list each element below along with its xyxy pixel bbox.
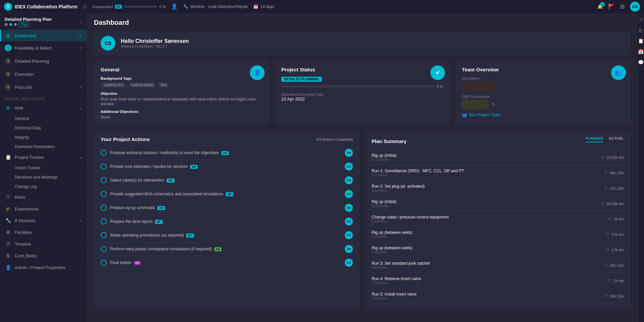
action-item-1[interactable]: Provide cost estimates / quotes for serv… [101, 160, 353, 174]
sidebar-sub-general[interactable]: General [0, 114, 87, 123]
clock-icon-0: ⏱ [601, 155, 605, 160]
sidebar-item-facilities[interactable]: ⚙ Facilities [0, 227, 87, 238]
sidebar-item-experiences[interactable]: 🎓 Experiences [0, 203, 87, 215]
plan-row-title-0: Rig up (Initial) [372, 153, 396, 158]
plan-row-time-9: ⏱ 10h 12m [604, 294, 624, 299]
sidebar-item-risks[interactable]: 🛡 Risks [0, 191, 87, 203]
see-project-team-link[interactable]: 👥 See Project Team [462, 113, 624, 117]
clock-icon-7: ⏱ [604, 263, 608, 268]
plan-row-8[interactable]: Run 4: Retrieve insert valve 5 activitie… [372, 273, 624, 288]
action-item-8[interactable]: Final tickets PJ CS [101, 256, 353, 270]
plan-rows: Rig up (Initial) 11 activities ⏱ 2d 22h … [372, 150, 624, 304]
action-text-8: Final tickets PJ [110, 260, 341, 265]
action-text-0: Propose technical solution / method(s) t… [110, 150, 341, 155]
plan-row-7[interactable]: Run 3: Set standard junk catcher 8 activ… [372, 258, 624, 273]
sidebar-item-timeline[interactable]: ⏱ Timeline [0, 238, 87, 250]
plan-row-6[interactable]: Rig up (between wells) 5 activities ⏱ 17… [372, 242, 624, 258]
services-label: 8 Services [15, 218, 77, 223]
action-item-3[interactable]: Provide suggested BHA schematics and ass… [101, 187, 353, 201]
project-tracker-label: Project Tracker [15, 155, 77, 160]
sidebar-item-execution[interactable]: 3 Execution [0, 68, 87, 81]
sidebar-item-post-job[interactable]: 4 Post-Job ▾ [0, 81, 87, 94]
sidebar-sub-downhole[interactable]: Downhole Parameters [0, 142, 87, 151]
greeting-role: Alliance Contributor · WL/CT [121, 44, 189, 48]
action-item-7[interactable]: Perform early phase conveyance simulatio… [101, 242, 353, 256]
tag-1: Leaking tubing [128, 82, 156, 87]
action-item-2[interactable]: Select cable(s) for intervention DP CS [101, 174, 353, 187]
team-overview-card: Team Overview 👥 Job Officer DSP Coordina… [455, 61, 631, 126]
sidebar-item-project-tracker[interactable]: 📋 Project Tracker ▴ [0, 151, 87, 163]
plan-row-title-4: Change cable / pressure control equipmen… [372, 215, 448, 219]
experiences-label: Experiences [15, 206, 82, 211]
plan-row-time-4: ⏱ 7h 0m [608, 217, 624, 221]
plan-row-time-value-8: 7h 0m [613, 279, 624, 283]
sidebar-sub-decisions[interactable]: Decisions and Meetings [0, 173, 87, 182]
action-item-5[interactable]: Prepare the deck layout DP CS [101, 215, 353, 229]
action-text-1: Provide cost estimates / quotes for serv… [110, 164, 341, 169]
general-card: General 👤 Background Tags Leaking GLV Le… [94, 61, 269, 126]
top-nav-right: 🔔 9 🚩 ⊞ CS [597, 2, 640, 12]
sidebar-item-dashboard[interactable]: ⊞ Dashboard ⤢ [0, 30, 87, 42]
flag-icon[interactable]: 🚩 [608, 3, 615, 10]
sidebar-item-well[interactable]: ⚙ Well ▴ [0, 102, 87, 114]
dsp-coordinator-row: ✎ [462, 100, 624, 109]
sidebar-item-services[interactable]: 🔧 8 Services ▾ [0, 215, 87, 227]
plan-row-sub-2: 8 activities [372, 189, 425, 192]
right-panel-icon-1[interactable]: ⊞ [639, 17, 643, 22]
right-panel-icon-4[interactable]: 📅 [638, 49, 644, 54]
tab-planned[interactable]: PLANNED [586, 136, 603, 142]
wireline-icon: 🔧 [183, 4, 188, 9]
home-button[interactable]: ⌂ [83, 3, 87, 10]
greeting-name: Hello Christoffer Sørensen [121, 38, 189, 44]
sidebar-sub-historical[interactable]: Historical Data [0, 123, 87, 133]
est-date-value: 23 Apr 2022 [281, 96, 443, 102]
plan-row-2[interactable]: Run 2: Set plug (el. activated) 8 activi… [372, 181, 624, 196]
plan-row-3[interactable]: Rig up (Initial) 11 activities ⏱ 2d 22h … [372, 196, 624, 211]
plan-row-5[interactable]: Rig up (between wells) 5 activities ⏱ 17… [372, 227, 624, 242]
tab-actual[interactable]: ACTUAL [609, 136, 624, 142]
chevron-down-icon: ▾ [80, 46, 82, 50]
user-nav-icon[interactable]: 👤 [171, 3, 178, 10]
external-link-icon: ⤢ [79, 34, 82, 38]
sidebar-sub-integrity[interactable]: Integrity [0, 133, 87, 142]
action-tag-4: DP [157, 206, 165, 210]
plan-row-sub-4: 4 activities [372, 219, 448, 223]
clock-icon-2: ⏱ [604, 186, 608, 191]
plan-row-1[interactable]: Run 1: Surveillance (SRO) - MFC, CCL, GR… [372, 165, 624, 181]
plan-summary-card: Plan Summary PLANNED ACTUAL Rig up (Init… [365, 131, 631, 309]
user-avatar[interactable]: CS [630, 2, 640, 12]
action-circle-6 [101, 232, 107, 238]
collapse-sidebar-button[interactable]: ‹ [80, 19, 82, 24]
sidebar-item-feasibility[interactable]: 1 Feasibility & Select ▾ [0, 42, 87, 55]
dsp-edit-icon[interactable]: ✎ [491, 102, 495, 107]
admin-label: Admin / Project Properties [15, 265, 82, 270]
action-item-0[interactable]: Propose technical solution / method(s) t… [101, 146, 353, 160]
action-item-6[interactable]: Share operating procedures (as required)… [101, 229, 353, 242]
right-panel-icon-3[interactable]: 📋 [638, 38, 644, 44]
plan-row-4[interactable]: Change cable / pressure control equipmen… [372, 211, 624, 227]
sidebar-item-detailed-planning[interactable]: 2 Detailed Planning [0, 55, 87, 68]
plan-row-0[interactable]: Rig up (Initial) 11 activities ⏱ 2d 22h … [372, 150, 624, 165]
action-avatar-0: CS [345, 149, 353, 157]
action-text-6: Share operating procedures (as required)… [110, 233, 341, 238]
sidebar-item-cost[interactable]: $ Cost (Beta) [0, 250, 87, 262]
sidebar-sub-change-log[interactable]: Change Log [0, 182, 87, 191]
sidebar-sub-action-tracker[interactable]: Action Tracker [0, 163, 87, 173]
right-panel-icon-2[interactable]: ◧ [639, 27, 643, 33]
dashboard-icon: ⊞ [5, 33, 11, 38]
actions-title: Your Project Actions [101, 136, 150, 142]
sidebar-item-admin[interactable]: 👤 Admin / Project Properties [0, 262, 87, 273]
status-badge: DETAILED PLANNING [281, 77, 322, 82]
grid-icon[interactable]: ⊞ [620, 3, 625, 10]
admin-icon: 👤 [5, 265, 11, 270]
right-panel-icon-5[interactable]: 💬 [638, 60, 644, 65]
cost-icon: $ [5, 253, 11, 258]
objective-label: Objective [101, 91, 263, 95]
risks-label: Risks [15, 195, 82, 200]
tags-container: Leaking GLV Leaking tubing test [101, 82, 263, 88]
plan-tabs: PLANNED ACTUAL [586, 136, 624, 142]
plan-row-9[interactable]: Run 5: Install insert valve 8 activities… [372, 288, 624, 304]
action-item-4[interactable]: Prepare rig-up schematic DP CS [101, 201, 353, 215]
notifications-button[interactable]: 🔔 9 [597, 4, 603, 9]
dsp-coordinator-label: DSP Coordinator [462, 94, 624, 99]
